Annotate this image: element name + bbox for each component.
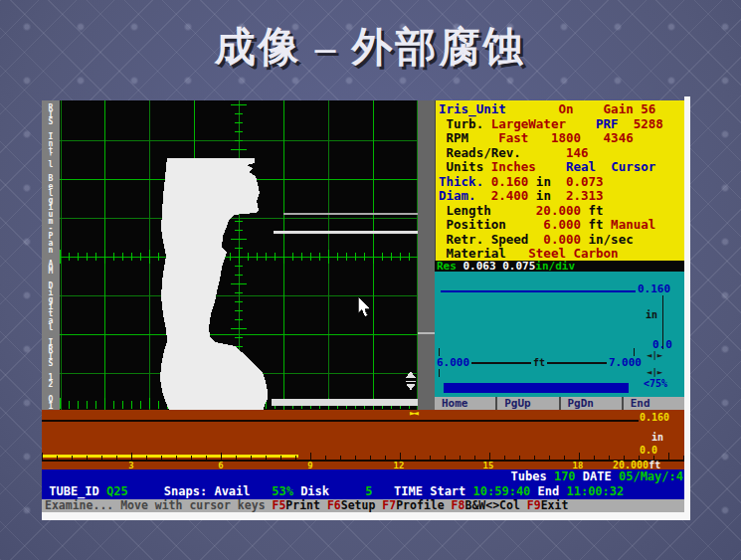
system-id-vertical-label: RIS Int'l Belgium-Pan AM Digital IRIS 12… bbox=[42, 100, 60, 410]
profile-xmin-label: 6.000 bbox=[437, 356, 469, 369]
nav-button-bar: Home PgUp PgDn End bbox=[435, 397, 684, 410]
resolution-bar: Res 0.063 0.075in/div bbox=[435, 261, 684, 272]
profile-xaxis: 6.000 ft 7.000 bbox=[437, 356, 642, 369]
thickness-trace-line bbox=[441, 290, 636, 292]
home-button[interactable]: Home bbox=[435, 397, 495, 410]
strip-topline bbox=[42, 420, 639, 422]
strip-end-label: 20.000ft bbox=[613, 460, 660, 470]
profile-xaxis-line: ft bbox=[471, 357, 607, 368]
parameter-panel: Iris_Unit On Gain 56 Turb. LargeWater PR… bbox=[435, 100, 684, 261]
strip-chart-panel: ►◄ 0.160 in 0.0 3 6 9 12 15 18 20.000ft bbox=[42, 410, 684, 469]
strip-tick: 3 bbox=[128, 461, 133, 470]
echo-line-upper bbox=[283, 213, 418, 215]
profile-ymax-label: 0.160 bbox=[638, 282, 670, 295]
tubes-date-info: Tubes 170 DATE 05/May/:4 bbox=[511, 469, 683, 484]
profile-scale-panel: 0.160 in 0.0 ◄|► 6.000 ft 7.000 ◄|► <75% bbox=[435, 272, 684, 397]
strip-tick: 9 bbox=[307, 461, 312, 470]
bscan-canvas bbox=[60, 100, 418, 410]
x-bracket-left2 bbox=[439, 369, 440, 377]
vertical-scrollbar[interactable] bbox=[418, 100, 435, 410]
strip-ymax-label: 0.160 bbox=[640, 412, 669, 423]
pgdn-button[interactable]: PgDn bbox=[559, 397, 622, 410]
x-range-stepper[interactable]: ◄|► bbox=[647, 367, 662, 377]
echo-line-lower bbox=[274, 231, 418, 234]
x-bracket-left bbox=[439, 348, 440, 356]
status-bar-file: FILE SEAMASS1 Desc UNIT1 Tubes 170 DATE … bbox=[42, 469, 684, 484]
strip-tick: 6 bbox=[218, 461, 223, 470]
profile-xunit-label: ft bbox=[531, 357, 547, 368]
slide: { "title": "成像 – 外部腐蚀", "side_label": "R… bbox=[0, 0, 741, 560]
x-bracket-right bbox=[634, 348, 635, 356]
status-bar-tube: TUBE_ID Q25 Snaps: Avail 53% Disk 5 TIME… bbox=[42, 484, 684, 499]
position-marker-icon[interactable]: ►◄ bbox=[410, 409, 417, 418]
bscan-display[interactable] bbox=[60, 100, 418, 410]
iris-software-screenshot: RIS Int'l Belgium-Pan AM Digital IRIS 12… bbox=[42, 96, 690, 520]
profile-yunit-label: in bbox=[646, 309, 657, 320]
scrollbar-thumb[interactable] bbox=[418, 332, 435, 334]
strip-tick: 15 bbox=[483, 461, 494, 470]
strip-yunit-label: in bbox=[651, 432, 663, 443]
strip-tick: 18 bbox=[573, 461, 584, 470]
tube-wall-trace bbox=[272, 399, 418, 406]
profile-xmax-label: 7.000 bbox=[609, 356, 642, 369]
position-progress-bar bbox=[444, 383, 629, 393]
function-key-bar: Examine... Move with cursor keys F5Print… bbox=[42, 499, 684, 512]
strip-xaxis bbox=[42, 450, 684, 462]
screenshot-bottom-margin bbox=[42, 512, 684, 520]
zoom-level-label: <75% bbox=[644, 378, 667, 389]
right-panel: Iris_Unit On Gain 56 Turb. LargeWater PR… bbox=[435, 100, 684, 410]
end-button[interactable]: End bbox=[622, 397, 684, 410]
slide-title: 成像 – 外部腐蚀 bbox=[0, 20, 741, 75]
strip-tick: 12 bbox=[394, 461, 405, 470]
pgup-button[interactable]: PgUp bbox=[495, 397, 558, 410]
y-range-stepper[interactable]: ◄|► bbox=[647, 350, 662, 360]
screenshot-right-margin bbox=[684, 96, 690, 520]
